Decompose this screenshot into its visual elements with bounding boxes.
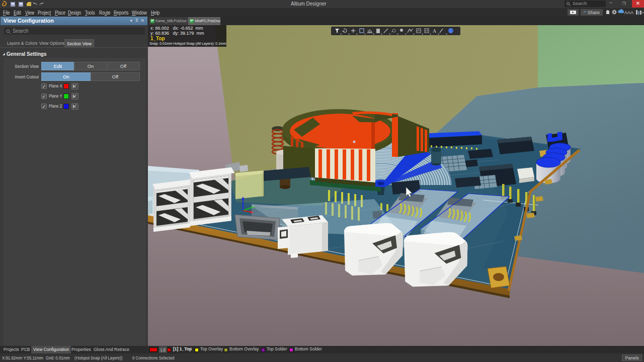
svg-text:AAA: AAA [624,10,633,15]
svg-text:Share: Share [588,10,600,15]
svg-text:A: A [433,28,437,34]
